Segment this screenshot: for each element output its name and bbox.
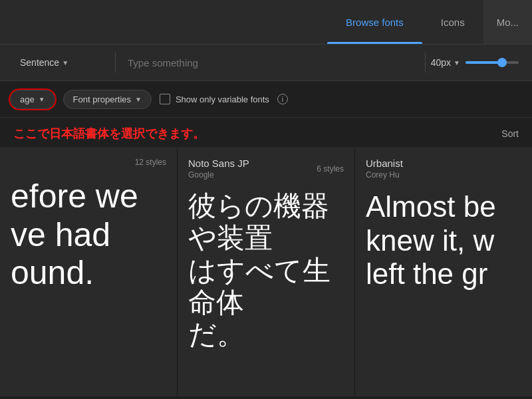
font-properties-arrow: ▼ — [135, 96, 142, 103]
variable-fonts-checkbox[interactable] — [160, 94, 170, 104]
sort-label: Sort — [501, 128, 519, 139]
filter-row: age ▼ Font properties ▼ Show only variab… — [0, 81, 532, 118]
font-card-0-meta: 12 styles — [11, 158, 166, 167]
tab-more[interactable]: Mo... — [483, 0, 532, 44]
font-card-1-foundry: Google — [188, 170, 249, 180]
font-size-slider-fill — [466, 61, 502, 64]
nav-tabs: Browse fonts Icons Mo... — [327, 0, 532, 44]
font-card-0-styles: 12 styles — [135, 158, 166, 167]
font-card-1-name-section: Noto Sans JP Google — [188, 158, 249, 180]
font-card-2-text: Almost beknew it, wleft the gr — [366, 190, 496, 291]
japanese-alert-text: ここで日本語書体を選択できます。 — [13, 126, 205, 142]
sentence-dropdown[interactable]: Sentence ▼ — [13, 53, 75, 72]
font-properties-label: Font properties — [73, 94, 131, 104]
font-card-1-styles: 6 styles — [317, 164, 344, 174]
font-card-1-meta: Noto Sans JP Google 6 styles — [188, 158, 344, 180]
size-label: 40px — [431, 57, 451, 68]
size-dropdown[interactable]: 40px ▼ — [431, 57, 460, 68]
toolbar-row: Sentence ▼ 40px ▼ — [0, 45, 532, 81]
tab-browse-fonts[interactable]: Browse fonts — [327, 0, 422, 44]
font-card-2[interactable]: Urbanist Corey Hu Almost beknew it, wlef… — [355, 147, 532, 396]
font-card-2-foundry: Corey Hu — [366, 170, 403, 180]
font-card-1-name: Noto Sans JP — [188, 158, 249, 169]
language-label: age — [20, 94, 35, 104]
size-dropdown-arrow: ▼ — [454, 59, 460, 66]
toolbar-divider — [115, 53, 116, 72]
tab-more-label: Mo... — [497, 17, 519, 28]
font-card-0-preview: efore weve hadound. — [11, 171, 166, 386]
info-icon-text: i — [282, 96, 283, 103]
sentence-dropdown-arrow: ▼ — [62, 59, 68, 66]
sentence-section: Sentence ▼ — [7, 53, 110, 72]
font-card-2-name-section: Urbanist Corey Hu — [366, 158, 403, 180]
tab-icons[interactable]: Icons — [422, 0, 483, 44]
variable-fonts-checkbox-area[interactable]: Show only variable fonts — [160, 94, 269, 104]
top-nav: Browse fonts Icons Mo... — [0, 0, 532, 45]
font-size-slider-track[interactable] — [466, 61, 519, 64]
info-icon[interactable]: i — [277, 94, 288, 104]
font-card-0-text: efore weve hadound. — [11, 178, 138, 293]
font-card-1[interactable]: Noto Sans JP Google 6 styles 彼らの機器や装置はすべ… — [178, 147, 355, 396]
font-card-0[interactable]: 12 styles efore weve hadound. — [0, 147, 178, 396]
font-size-slider-thumb[interactable] — [497, 58, 507, 67]
toolbar-divider-2 — [425, 53, 426, 72]
font-card-2-name: Urbanist — [366, 158, 403, 169]
language-dropdown-arrow: ▼ — [39, 96, 45, 103]
font-card-1-preview: 彼らの機器や装置はすべて生命体だ。 — [188, 184, 344, 386]
font-properties-dropdown[interactable]: Font properties ▼ — [63, 90, 152, 109]
tab-browse-fonts-label: Browse fonts — [346, 17, 404, 28]
tab-icons-label: Icons — [441, 17, 465, 28]
alert-row: ここで日本語書体を選択できます。 Sort — [0, 118, 532, 147]
font-cards-area: 12 styles efore weve hadound. Noto Sans … — [0, 147, 532, 396]
type-something-input[interactable] — [121, 57, 420, 68]
font-card-1-text: 彼らの機器や装置はすべて生命体だ。 — [188, 190, 344, 350]
variable-fonts-label: Show only variable fonts — [176, 94, 269, 104]
size-controls: 40px ▼ — [431, 57, 532, 68]
font-card-2-meta: Urbanist Corey Hu — [366, 158, 521, 180]
font-card-2-preview: Almost beknew it, wleft the gr — [366, 184, 521, 386]
sentence-label: Sentence — [20, 57, 59, 68]
language-dropdown[interactable]: age ▼ — [10, 90, 55, 109]
